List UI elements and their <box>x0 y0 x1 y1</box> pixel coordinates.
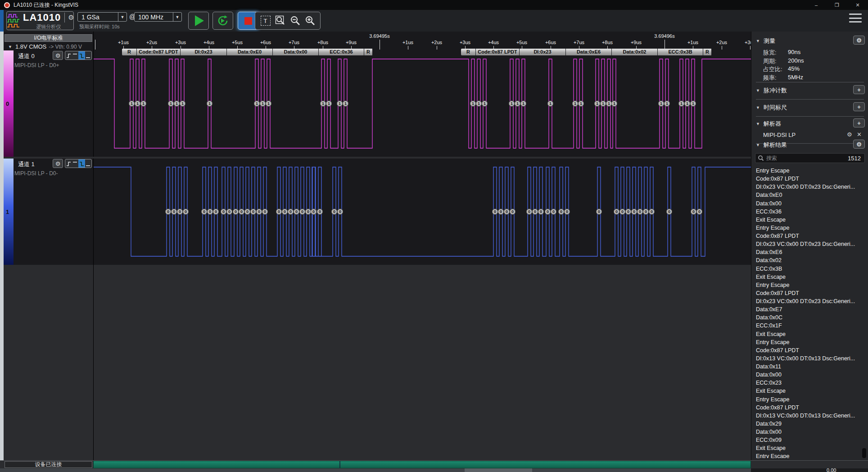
result-row[interactable]: DI:0x23 VC:0x00 DT:0x23 Dsc:Generi... <box>752 183 864 191</box>
result-row[interactable]: Code:0x87 LPDT <box>752 289 864 297</box>
result-row[interactable]: Data:0x11 <box>752 363 864 371</box>
section-pulse-count[interactable]: ▼ 脉冲计数 <box>756 86 787 95</box>
result-row[interactable]: Exit Escape <box>752 330 864 338</box>
sample-depth-select[interactable]: 1 GSa ▼ <box>77 12 127 22</box>
title-bar[interactable]: LA1010 已连接 - KingstVIS – ❐ ✕ <box>0 0 868 10</box>
bit-marker-value: 1 <box>328 101 330 106</box>
measure-value: 45% <box>788 65 800 72</box>
channel-1-name[interactable]: 通道 1 <box>18 160 35 168</box>
channel-1-settings-button[interactable]: ⚙ <box>53 159 63 168</box>
bit-marker-value: 0 <box>333 209 335 214</box>
close-button[interactable]: ✕ <box>847 0 868 10</box>
result-row[interactable]: Data:0x00 <box>752 200 864 208</box>
bit-marker-value: 0 <box>167 209 169 214</box>
result-row[interactable]: DI:0x23 VC:0x00 DT:0x23 Dsc:Generi... <box>752 240 864 248</box>
result-row[interactable]: Exit Escape <box>752 444 864 452</box>
channel-1-color-bar[interactable]: 1 <box>4 159 14 265</box>
channel-row-divider <box>4 157 751 159</box>
device-settings-gear-icon[interactable]: ⚙ <box>64 13 74 23</box>
section-decode-results[interactable]: ▼ 解析结果 <box>756 141 787 149</box>
result-row[interactable]: Entry Escape <box>752 452 864 458</box>
channel-1-index: 1 <box>6 209 9 215</box>
result-row[interactable]: ECC:0x36 <box>752 208 864 216</box>
result-row[interactable]: ECC:0x09 <box>752 436 864 444</box>
rising-edge-trigger-icon[interactable] <box>65 159 72 168</box>
result-row[interactable]: ECC:0x1F <box>752 322 864 330</box>
result-row[interactable]: Exit Escape <box>752 216 864 224</box>
result-row[interactable]: ECC:0x23 <box>752 379 864 387</box>
result-row[interactable]: Entry Escape <box>752 167 864 175</box>
start-button[interactable] <box>188 12 209 30</box>
horizontal-scrollbar-thumb[interactable] <box>465 468 532 472</box>
result-row[interactable]: Data:0x00 <box>752 371 864 379</box>
falling-edge-trigger-icon[interactable] <box>78 159 85 168</box>
result-row[interactable]: Code:0x87 LPDT <box>752 404 864 412</box>
zoom-selection-button[interactable] <box>275 15 286 26</box>
io-level-header[interactable]: I/O电平标准 <box>5 34 92 42</box>
channel-0-color-bar[interactable]: 0 <box>4 50 14 157</box>
minimize-button[interactable]: – <box>806 0 827 10</box>
repeat-run-button[interactable] <box>212 12 233 30</box>
decoder-name[interactable]: MIPI-DSI LP <box>763 132 796 138</box>
result-row[interactable]: Data:0x29 <box>752 420 864 428</box>
result-row[interactable]: ECC:0x3B <box>752 265 864 273</box>
result-row[interactable]: Entry Escape <box>752 338 864 346</box>
device-box[interactable]: LA1010 ⚙ 逻辑分析仪 <box>6 11 74 30</box>
result-row[interactable]: Code:0x87 LPDT <box>752 232 864 240</box>
result-row[interactable]: Exit Escape <box>752 387 864 395</box>
threshold-row[interactable]: ▼ 1.8V CMOS -> Vth: 0.90 V <box>5 43 92 50</box>
section-measure[interactable]: ▼ 测量 <box>756 37 775 45</box>
low-level-trigger-icon[interactable] <box>85 159 92 168</box>
waveform-canvas[interactable]: +1us+2us+3us+4us+5us+6us+7us+8us+9us3.69… <box>93 32 751 460</box>
channel-0-settings-button[interactable]: ⚙ <box>53 51 63 60</box>
result-row[interactable]: Exit Escape <box>752 273 864 281</box>
sample-rate-select[interactable]: 100 MHz ▼ <box>134 12 182 22</box>
high-level-trigger-icon[interactable] <box>72 51 79 59</box>
section-time-marker[interactable]: ▼ 时间标尺 <box>756 104 787 112</box>
measure-settings-button[interactable]: ⚙ <box>853 36 865 45</box>
decoder-remove-icon[interactable]: ✕ <box>857 131 862 138</box>
section-decoder[interactable]: ▼ 解析器 <box>756 120 781 128</box>
cursor-T-icon: T <box>261 16 271 26</box>
add-time-marker-button[interactable]: + <box>853 102 865 111</box>
add-decoder-button[interactable]: + <box>853 118 865 127</box>
channel-0-name[interactable]: 通道 0 <box>18 52 35 60</box>
collapse-arrow-icon: ▼ <box>8 45 12 49</box>
result-row[interactable]: Data:0xE0 <box>752 191 864 199</box>
results-settings-button[interactable]: ⚙ <box>853 140 865 149</box>
search-input[interactable] <box>765 154 848 162</box>
result-row[interactable]: DI:0x13 VC:0x00 DT:0x13 Dsc:Generi... <box>752 354 864 363</box>
bit-marker-value: 1 <box>484 101 486 106</box>
result-row[interactable]: Data:0x0C <box>752 313 864 322</box>
add-pulse-counter-button[interactable]: + <box>853 85 865 94</box>
result-row[interactable]: Entry Escape <box>752 224 864 232</box>
result-row[interactable]: Code:0x87 LPDT <box>752 175 864 183</box>
bit-marker-value: 1 <box>511 101 513 106</box>
result-row[interactable]: Entry Escape <box>752 395 864 404</box>
result-row[interactable]: Data:0xE6 <box>752 248 864 256</box>
results-scrollbar-thumb[interactable] <box>862 448 866 458</box>
high-level-trigger-icon[interactable] <box>72 159 79 168</box>
maximize-button[interactable]: ❐ <box>827 0 847 10</box>
result-row[interactable]: Entry Escape <box>752 281 864 289</box>
horizontal-scrollbar[interactable] <box>0 468 751 472</box>
decode-results-list[interactable]: Entry EscapeCode:0x87 LPDTDI:0x23 VC:0x0… <box>752 167 864 458</box>
low-level-trigger-icon[interactable] <box>85 51 92 59</box>
result-row[interactable]: DI:0x13 VC:0x00 DT:0x13 Dsc:Generi... <box>752 412 864 420</box>
bit-marker-value: 0 <box>203 209 205 214</box>
cursor-T-button[interactable]: T <box>260 15 271 26</box>
zoom-in-button[interactable] <box>305 15 316 26</box>
result-row[interactable]: Code:0x87 LPDT <box>752 346 864 354</box>
result-row[interactable]: DI:0x23 VC:0x00 DT:0x23 Dsc:Generi... <box>752 297 864 305</box>
search-icon <box>755 155 765 161</box>
device-subtitle: 逻辑分析仪 <box>23 23 74 30</box>
result-row[interactable]: Data:0x00 <box>752 428 864 436</box>
rising-edge-trigger-icon[interactable] <box>65 51 72 59</box>
result-row[interactable]: Data:0xE7 <box>752 305 864 313</box>
bit-marker-value: 0 <box>173 209 175 214</box>
decoder-settings-gear-icon[interactable]: ⚙ <box>847 131 852 138</box>
result-row[interactable]: Data:0x02 <box>752 256 864 264</box>
menu-button[interactable] <box>849 14 862 23</box>
falling-edge-trigger-icon[interactable] <box>78 51 85 59</box>
zoom-out-button[interactable] <box>290 15 301 26</box>
